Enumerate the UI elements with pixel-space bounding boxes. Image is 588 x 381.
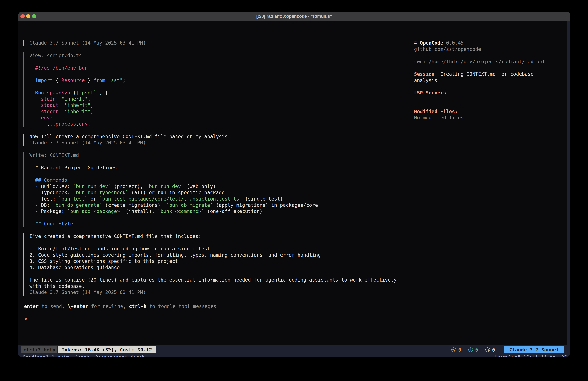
md-heading2-codestyle: ## Code Style: [35, 221, 567, 227]
minimize-window-button[interactable]: [26, 14, 30, 18]
message-text: with this codebase.: [29, 283, 567, 290]
md-list-item: - DB: `bun db generate` (create migratio…: [35, 202, 567, 208]
repo-link[interactable]: github.com/sst/opencode: [414, 46, 566, 52]
numbered-item: 2. Code style guidelines covering import…: [29, 252, 567, 258]
tmux-status-bar: [radiant] 1:nvim 2:zsh- 3:opencode* 4:zs…: [18, 354, 570, 357]
modified-files-header: Modified Files:: [414, 109, 566, 115]
message-timestamp: Claude 3.7 Sonnet (14 May 2025 03:41 PM): [29, 289, 567, 296]
terminal-content: Claude 3.7 Sonnet (14 May 2025 03:41 PM)…: [18, 21, 567, 344]
window-title: [2/3] radiant:3:opencode - "romulus": [256, 14, 332, 19]
md-list-item: - Test: `bun test` or `bun test packages…: [35, 196, 567, 202]
assistant-message: Now I'll create a comprehensive CONTEXT.…: [22, 134, 567, 146]
md-list-item: - Package: `bun add <package>` (install)…: [35, 208, 567, 215]
info-count: 0: [475, 347, 478, 353]
tmux-window-list[interactable]: [radiant] 1:nvim 2:zsh- 3:opencode* 4:zs…: [22, 354, 145, 357]
numbered-item: 4. Database operations guidance: [29, 265, 567, 271]
zoom-window-button[interactable]: [32, 14, 36, 18]
cwd-path: cwd: /home/thdxr/dev/projects/radiant/ra…: [414, 59, 566, 65]
tmux-session-clock: "romulus" 15:41 14-May-25: [494, 354, 567, 357]
message-text: I've created a comprehensive CONTEXT.md …: [29, 233, 567, 240]
md-list-item: - Build/Dev: `bun run dev` (project), `b…: [35, 183, 567, 190]
markdown-content: # Radiant Project Guidelines ## Commands…: [29, 165, 567, 227]
message-input[interactable]: >: [25, 316, 557, 322]
tokens-cost-chip: Tokens: 16.4K (8%), Cost: $0.12: [58, 346, 156, 353]
code-line: ...process.env,: [35, 121, 567, 127]
lsp-servers-header: LSP Servers: [414, 90, 566, 96]
copyright-icon: ©: [414, 40, 420, 46]
message-text: Now I'll create a comprehensive CONTEXT.…: [29, 134, 567, 140]
info-icon: ⓘ: [468, 347, 473, 353]
session-title-wrap: analysis: [414, 77, 566, 84]
session-label: Session: [414, 71, 434, 77]
tool-title: Write: CONTEXT.md: [29, 152, 567, 158]
status-bar: ctrl+? help Tokens: 16.4K (8%), Cost: $0…: [18, 346, 567, 353]
md-list-item: - TypeCheck: `bun run typecheck` (all) o…: [35, 190, 567, 196]
close-window-button[interactable]: [21, 14, 25, 18]
hint-icon: ⓗ: [485, 347, 490, 353]
help-shortcut-chip: ctrl+? help: [21, 346, 57, 353]
app-name: OpenCode: [420, 40, 443, 46]
hint-count: 0: [492, 347, 495, 353]
numbered-item: 1. Build/lint/test commands including ho…: [29, 246, 567, 252]
message-text: The file is concise (20 lines) and captu…: [29, 277, 567, 283]
traffic-lights: [21, 14, 36, 18]
input-separator: [22, 312, 567, 312]
md-heading2-commands: ## Commands: [35, 177, 567, 183]
warning-counter: ⓦ0: [451, 347, 461, 353]
tool-write-block: Write: CONTEXT.md # Radiant Project Guid…: [22, 152, 567, 227]
model-chip[interactable]: Claude 3.7 Sonnet: [504, 346, 564, 353]
assistant-message: I've created a comprehensive CONTEXT.md …: [22, 233, 567, 296]
md-heading1: # Radiant Project Guidelines: [35, 165, 567, 171]
app-version: 0.0.45: [443, 40, 463, 46]
sidebar: © OpenCode 0.0.45 github.com/sst/opencod…: [414, 40, 566, 121]
warning-count: 0: [458, 347, 461, 353]
keyboard-hints: enter to send, \+enter for newline, ctrl…: [24, 304, 216, 309]
window-titlebar: [2/3] radiant:3:opencode - "romulus": [18, 12, 570, 21]
hint-counter: ⓗ0: [485, 347, 495, 353]
info-counter: ⓘ0: [468, 347, 478, 353]
numbered-item: 3. CSS styling conventions specific to t…: [29, 258, 567, 265]
session-title: Creating CONTEXT.md for codebase: [440, 71, 534, 77]
app-title: © OpenCode 0.0.45: [414, 40, 566, 46]
message-timestamp: Claude 3.7 Sonnet (14 May 2025 03:41 PM): [29, 140, 567, 146]
terminal-window: [2/3] radiant:3:opencode - "romulus" Cla…: [18, 12, 570, 357]
modified-files-empty: No modified files: [414, 115, 566, 121]
warning-icon: ⓦ: [451, 347, 456, 353]
session-info: Session: Creating CONTEXT.md for codebas…: [414, 71, 566, 77]
